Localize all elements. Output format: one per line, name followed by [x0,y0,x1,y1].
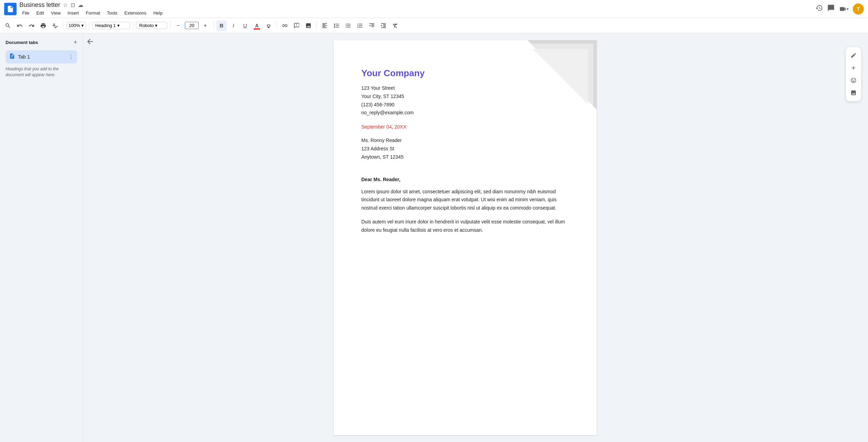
numbered-list-button[interactable] [355,20,365,31]
doc-page: Your Company 123 Your Street Your City, … [334,40,597,435]
doc-title-area: Business letter ☆ ⊡ ☁ File Edit View Ins… [19,1,813,17]
zoom-select[interactable]: 100% ▾ [66,22,86,29]
sep5 [213,21,214,30]
tab-item-1[interactable]: Tab 1 ⋮ [6,50,77,63]
float-add-button[interactable] [848,62,859,73]
menu-file[interactable]: File [19,9,32,17]
back-button[interactable] [86,37,94,47]
line-spacing-button[interactable] [331,20,342,31]
doc-title[interactable]: Business letter [19,1,60,9]
star-icon[interactable]: ☆ [63,2,68,8]
comments-icon[interactable] [827,4,835,14]
style-select[interactable]: Heading 1 ▾ [92,22,130,29]
float-image-button[interactable] [848,87,859,98]
history-icon[interactable] [815,4,823,14]
font-value: Roboto [139,23,154,28]
underline-button[interactable]: U [240,20,250,31]
clear-format-button[interactable] [390,20,400,31]
menu-help[interactable]: Help [151,9,165,17]
indent-less-button[interactable] [367,20,377,31]
float-emoji-button[interactable] [848,75,859,86]
menu-extensions[interactable]: Extensions [121,9,149,17]
search-button[interactable] [3,20,13,31]
style-chevron: ▾ [117,23,120,28]
main-area: Document tabs + Tab 1 ⋮ Headings that yo… [0,33,868,442]
tab-icon-1 [9,53,15,61]
folder-icon[interactable]: ⊡ [71,2,75,8]
increase-font-button[interactable]: + [200,20,210,31]
undo-button[interactable] [15,20,25,31]
address-line-2: Your City, ST 12345 [361,92,569,101]
list-button[interactable] [343,20,353,31]
title-bar: Business letter ☆ ⊡ ☁ File Edit View Ins… [0,0,868,18]
address-block: 123 Your Street Your City, ST 12345 (123… [361,84,569,117]
print-button[interactable] [38,20,48,31]
sidebar-header: Document tabs + [6,39,77,46]
tab-more-button-1[interactable]: ⋮ [68,54,74,60]
zoom-value: 100% [69,23,80,28]
address-line-3: (123) 456-7890 [361,101,569,109]
float-edit-button[interactable] [848,50,859,61]
user-avatar[interactable]: T [853,3,864,15]
sep4 [170,21,170,30]
sidebar-hint: Headings that you add to the document wi… [6,66,77,78]
indent-more-button[interactable] [378,20,389,31]
menu-tools[interactable]: Tools [104,9,120,17]
bold-button[interactable]: B [216,20,227,31]
menu-format[interactable]: Format [83,9,103,17]
sep1 [63,21,63,30]
font-chevron: ▾ [155,23,157,28]
zoom-chevron: ▾ [81,23,84,28]
menu-edit[interactable]: Edit [34,9,47,17]
company-name[interactable]: Your Company [361,68,569,79]
top-right-icons: ▾ T [815,3,864,15]
sidebar-title: Document tabs [6,40,38,45]
highlight-button[interactable] [263,20,274,31]
insert-comment-button[interactable] [291,20,302,31]
address-line-4: no_reply@example.com [361,109,569,117]
sep2 [89,21,89,30]
doc-area: Your Company 123 Your Street Your City, … [83,33,868,442]
app-icon [4,3,17,15]
salutation[interactable]: Dear Ms. Reader, [361,177,569,182]
recipient-block: Ms. Ronny Reader 123 Address St Anytown,… [361,136,569,161]
add-tab-button[interactable]: + [73,39,77,46]
text-color-button[interactable]: A [252,20,262,31]
font-size-input[interactable]: 20 [185,22,199,29]
recipient-line-2: 123 Address St [361,145,569,153]
menu-view[interactable]: View [48,9,63,17]
redo-button[interactable] [26,20,37,31]
tab-label-1: Tab 1 [18,54,65,60]
address-line-1: 123 Your Street [361,84,569,92]
link-button[interactable] [280,20,290,31]
body-paragraph-2[interactable]: Duis autem vel eum iriure dolor in hendr… [361,218,569,235]
sep6 [277,21,277,30]
menu-insert[interactable]: Insert [65,9,82,17]
toolbar: 100% ▾ Heading 1 ▾ Roboto ▾ − 20 + B I U… [0,18,868,33]
cloud-icon[interactable]: ☁ [78,2,83,8]
insert-image-button[interactable] [303,20,314,31]
date-line[interactable]: September 04, 20XX [361,124,569,130]
meet-icon[interactable]: ▾ [839,5,849,13]
decrease-font-button[interactable]: − [173,20,183,31]
menu-bar: File Edit View Insert Format Tools Exten… [19,9,813,17]
style-value: Heading 1 [95,23,116,28]
sidebar: Document tabs + Tab 1 ⋮ Headings that yo… [0,33,83,442]
sep3 [133,21,133,30]
font-select[interactable]: Roboto ▾ [136,22,167,29]
body-paragraph-1[interactable]: Lorem ipsum dolor sit amet, consectetuer… [361,188,569,212]
italic-button[interactable]: I [228,20,238,31]
spellcheck-button[interactable] [50,20,60,31]
float-panel [846,47,861,101]
align-button[interactable] [319,20,330,31]
recipient-line-3: Anytown, ST 12345 [361,153,569,161]
sep7 [316,21,317,30]
recipient-line-1: Ms. Ronny Reader [361,136,569,145]
spacer [361,170,569,177]
